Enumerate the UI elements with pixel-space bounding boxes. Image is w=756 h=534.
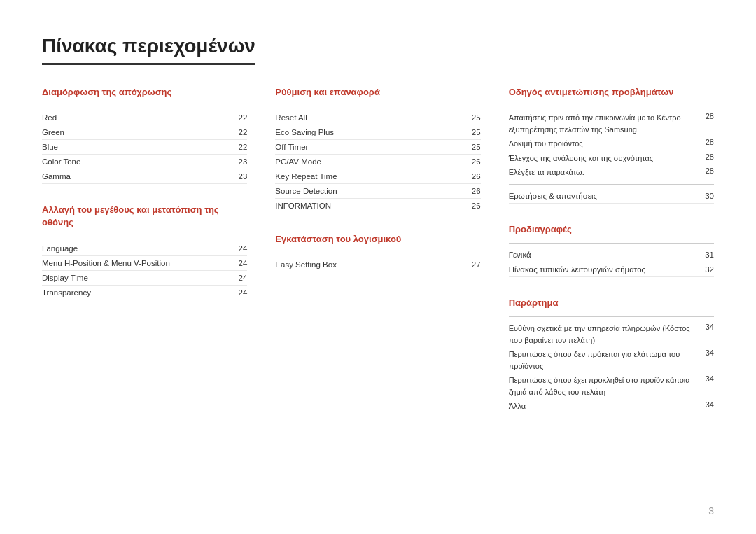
toc-row-label: Easy Setting Box (275, 260, 466, 269)
toc-text-row-page: 28 (700, 138, 714, 150)
toc-text-row: Απαιτήσεις πριν από την επικοινωνία με τ… (509, 111, 714, 136)
toc-text-row-page: 34 (700, 349, 714, 372)
toc-text-row-page: 34 (700, 374, 714, 398)
toc-text-row: Δοκιμή του προϊόντος28 (509, 136, 714, 151)
toc-text-row-label: Ευθύνη σχετικά με την υπηρεσία πληρωμών … (509, 323, 700, 346)
toc-row: Easy Setting Box27 (275, 258, 480, 272)
toc-row-page: 23 (233, 157, 247, 166)
toc-row-label: Display Time (42, 274, 233, 282)
toc-row: Source Detection26 (275, 184, 480, 199)
section-divider (275, 106, 480, 106)
section-col1-sec2: Αλλαγή του μεγέθους και μετατόπιση της ο… (42, 204, 247, 300)
toc-text-row-label: Άλλα (509, 400, 700, 412)
toc-text-row: Ελέγξτε τα παρακάτω.28 (509, 165, 714, 180)
toc-row: Language24 (42, 241, 247, 256)
section-divider (42, 106, 247, 106)
toc-row-page: 26 (467, 202, 481, 210)
toc-row-page: 22 (233, 128, 247, 136)
toc-row-label: Gamma (42, 172, 233, 181)
section-col2-sec2: Εγκατάσταση του λογισμικούEasy Setting B… (275, 233, 480, 272)
toc-row-label: Ερωτήσεις & απαντήσεις (509, 192, 700, 200)
toc-text-row: Ευθύνη σχετικά με την υπηρεσία πληρωμών … (509, 321, 714, 347)
toc-row-label: Green (42, 128, 233, 136)
toc-text-row-label: Ελέγξτε τα παρακάτω. (509, 167, 700, 178)
toc-row-page: 26 (467, 157, 481, 166)
toc-text-row: Άλλα34 (509, 399, 714, 414)
toc-row-label: Color Tone (42, 157, 233, 166)
toc-row-page: 24 (233, 288, 247, 297)
toc-text-row-label: Έλεγχος της ανάλυσης και της συχνότητας (509, 153, 700, 164)
toc-row-page: 22 (233, 113, 247, 122)
toc-text-row: Περιπτώσεις όπου έχει προκληθεί στο προϊ… (509, 373, 714, 399)
toc-row: PC/AV Mode26 (275, 155, 480, 169)
section-divider (509, 243, 714, 244)
toc-row: Display Time24 (42, 271, 247, 286)
section-col3-sec2: ΠροδιαγραφέςΓενικά31Πίνακας τυπικών λειτ… (509, 223, 714, 277)
toc-row-label: Menu H-Position & Menu V-Position (42, 259, 233, 267)
title-area: Πίνακας περιεχομένων (42, 35, 255, 65)
column-3: Οδηγός αντιμετώπισης προβλημάτωνΑπαιτήσε… (509, 86, 714, 433)
toc-text-row-page: 34 (700, 323, 714, 346)
section-divider (42, 237, 247, 237)
toc-row: Green22 (42, 125, 247, 140)
section-title-col1-sec2: Αλλαγή του μεγέθους και μετατόπιση της ο… (42, 204, 247, 229)
toc-text-row-label: Περιπτώσεις όπου έχει προκληθεί στο προϊ… (509, 374, 700, 398)
content-grid: Διαμόρφωση της απόχρωσηςRed22Green22Blue… (42, 86, 714, 433)
toc-text-row-label: Απαιτήσεις πριν από την επικοινωνία με τ… (509, 112, 700, 135)
section-col3-sec1: Οδηγός αντιμετώπισης προβλημάτωνΑπαιτήσε… (509, 86, 714, 204)
toc-row-label: Off Timer (275, 143, 466, 151)
toc-row-page: 26 (467, 172, 481, 181)
section-divider (509, 106, 714, 106)
toc-row-page: 25 (467, 113, 481, 122)
toc-text-row-page: 28 (700, 112, 714, 135)
toc-row-label: Red (42, 113, 233, 122)
toc-row-page: 32 (700, 265, 714, 274)
toc-text-row-page: 28 (700, 153, 714, 164)
toc-row-label: Language (42, 244, 233, 253)
toc-text-row: Έλεγχος της ανάλυσης και της συχνότητας2… (509, 151, 714, 166)
toc-row-page: 25 (467, 128, 481, 136)
section-divider (509, 316, 714, 317)
toc-row-label: Blue (42, 143, 233, 151)
toc-row: Key Repeat Time26 (275, 169, 480, 184)
toc-row-label: Transparency (42, 288, 233, 297)
section-col2-sec1: Ρύθμιση και επαναφοράReset All25Eco Savi… (275, 86, 480, 213)
toc-row: Reset All25 (275, 111, 480, 125)
page-number: 3 (708, 505, 714, 517)
section-divider (275, 253, 480, 253)
toc-text-row-page: 28 (700, 167, 714, 178)
toc-row: Transparency24 (42, 286, 247, 300)
toc-row-page: 30 (700, 192, 714, 200)
section-col3-sec3: ΠαράρτημαΕυθύνη σχετικά με την υπηρεσία … (509, 297, 714, 414)
section-title-col3-sec3: Παράρτημα (509, 297, 714, 309)
section-col1-sec1: Διαμόρφωση της απόχρωσηςRed22Green22Blue… (42, 86, 247, 184)
toc-row: Color Tone23 (42, 155, 247, 169)
section-divider (509, 184, 714, 185)
toc-row: Blue22 (42, 140, 247, 155)
section-title-col2-sec1: Ρύθμιση και επαναφορά (275, 86, 480, 99)
toc-row-label: Γενικά (509, 251, 700, 259)
toc-row-label: Eco Saving Plus (275, 128, 466, 136)
section-title-col3-sec2: Προδιαγραφές (509, 223, 714, 236)
toc-row-page: 31 (700, 251, 714, 259)
toc-row-label: Key Repeat Time (275, 172, 466, 181)
toc-row-page: 24 (233, 274, 247, 282)
toc-text-row: Περιπτώσεις όπου δεν πρόκειται για ελάττ… (509, 347, 714, 373)
toc-row: Eco Saving Plus25 (275, 125, 480, 140)
toc-row: Red22 (42, 111, 247, 125)
toc-text-row-page: 34 (700, 400, 714, 412)
toc-row: Ερωτήσεις & απαντήσεις30 (509, 189, 714, 204)
toc-row-label: Reset All (275, 113, 466, 122)
toc-row-page: 23 (233, 172, 247, 181)
column-1: Διαμόρφωση της απόχρωσηςRed22Green22Blue… (42, 86, 247, 433)
page-title: Πίνακας περιεχομένων (42, 35, 255, 57)
toc-row-page: 22 (233, 143, 247, 151)
toc-row: Menu H-Position & Menu V-Position24 (42, 256, 247, 271)
toc-row-page: 27 (467, 260, 481, 269)
toc-row-page: 25 (467, 143, 481, 151)
toc-text-row-label: Περιπτώσεις όπου δεν πρόκειται για ελάττ… (509, 349, 700, 372)
toc-row-page: 26 (467, 187, 481, 195)
toc-row-label: INFORMATION (275, 202, 466, 210)
column-2: Ρύθμιση και επαναφοράReset All25Eco Savi… (275, 86, 480, 433)
toc-row: INFORMATION26 (275, 199, 480, 213)
